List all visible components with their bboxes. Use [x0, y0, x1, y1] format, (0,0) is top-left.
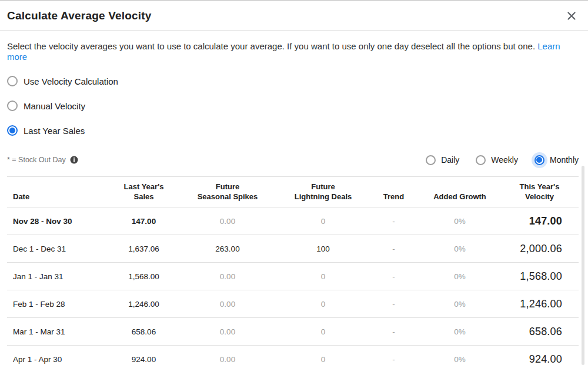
cell-date: Feb 1 - Feb 28 [7, 290, 101, 318]
table-row: Feb 1 - Feb 28 1,246.00 0.00 0 - 0% 1,24… [7, 290, 579, 318]
cell-added-growth: 0% [410, 318, 510, 346]
description-text: Select the velocity averages you want to… [7, 41, 579, 62]
table-row: Mar 1 - Mar 31 658.06 0.00 0 - 0% 658.06 [7, 318, 579, 346]
cell-trend: - [377, 207, 410, 235]
cell-future-seasonal-spikes: 0.00 [186, 318, 269, 346]
cell-future-lightning-deals: 0 [269, 263, 377, 290]
stock-out-day-note: * = Stock Out Day [7, 156, 78, 164]
velocity-option-group: Use Velocity Calculation Manual Velocity… [7, 74, 579, 138]
cell-trend: - [377, 318, 410, 346]
radio-icon[interactable] [476, 155, 486, 165]
table-row: Apr 1 - Apr 30 924.00 0.00 0 - 0% 924.00 [7, 346, 579, 365]
column-header-future-lightning-deals: FutureLightning Deals [269, 177, 377, 207]
cell-added-growth: 0% [410, 290, 510, 318]
cell-date: Mar 1 - Mar 31 [7, 318, 101, 346]
cell-this-year-velocity: 147.00 [510, 207, 579, 235]
cell-added-growth: 0% [410, 263, 510, 290]
radio-option-label: Last Year Sales [24, 126, 85, 136]
column-header-trend: Trend [377, 177, 410, 207]
close-button[interactable] [564, 9, 579, 23]
table-row: Nov 28 - Nov 30 147.00 0.00 0 - 0% 147.0… [7, 207, 579, 235]
cell-future-lightning-deals: 0 [269, 207, 377, 235]
cell-this-year-velocity: 924.00 [510, 346, 579, 365]
radio-granularity-weekly[interactable]: Weekly [476, 155, 518, 165]
velocity-table: Date Last Year'sSales FutureSeasonal Spi… [7, 176, 579, 365]
cell-added-growth: 0% [410, 346, 510, 365]
cell-date: Nov 28 - Nov 30 [7, 207, 101, 235]
cell-last-year-sales: 924.00 [101, 346, 186, 365]
cell-last-year-sales: 147.00 [101, 207, 186, 235]
radio-option-label: Use Velocity Calculation [24, 76, 118, 86]
column-header-this-years-velocity: This Year'sVelocity [510, 177, 579, 207]
cell-last-year-sales: 1,637.06 [101, 235, 186, 263]
cell-date: Dec 1 - Dec 31 [7, 235, 101, 263]
radio-icon[interactable] [7, 76, 18, 86]
column-header-added-growth: Added Growth [410, 177, 510, 207]
granularity-label: Weekly [491, 155, 518, 165]
radio-option-last-year-sales[interactable]: Last Year Sales [7, 123, 85, 138]
cell-trend: - [377, 263, 410, 290]
radio-icon[interactable] [426, 155, 436, 165]
radio-icon[interactable] [7, 125, 18, 136]
cell-added-growth: 0% [410, 207, 510, 235]
radio-icon[interactable] [534, 155, 544, 165]
modal-body: Select the velocity averages you want to… [0, 41, 588, 365]
cell-future-seasonal-spikes: 263.00 [186, 235, 269, 263]
cell-this-year-velocity: 658.06 [510, 318, 579, 346]
cell-last-year-sales: 1,568.00 [101, 263, 186, 290]
radio-option-use-velocity-calculation[interactable]: Use Velocity Calculation [7, 74, 118, 88]
cell-date: Apr 1 - Apr 30 [7, 346, 101, 365]
table-body: Nov 28 - Nov 30 147.00 0.00 0 - 0% 147.0… [7, 207, 579, 365]
granularity-label: Daily [441, 155, 459, 165]
cell-future-lightning-deals: 0 [269, 318, 377, 346]
cell-future-seasonal-spikes: 0.00 [186, 346, 269, 365]
radio-granularity-monthly[interactable]: Monthly [534, 155, 579, 165]
modal-title: Calculate Average Velocity [7, 9, 152, 22]
cell-last-year-sales: 658.06 [101, 318, 186, 346]
cell-future-seasonal-spikes: 0.00 [186, 263, 269, 290]
table-controls-row: * = Stock Out Day Daily Weekly Monthly [7, 153, 579, 167]
cell-added-growth: 0% [410, 235, 510, 263]
cell-this-year-velocity: 1,246.00 [510, 290, 579, 318]
granularity-label: Monthly [550, 155, 579, 165]
table-row: Jan 1 - Jan 31 1,568.00 0.00 0 - 0% 1,56… [7, 263, 579, 290]
radio-option-label: Manual Velocity [24, 101, 85, 111]
stock-out-day-label: * = Stock Out Day [7, 156, 66, 164]
cell-this-year-velocity: 2,000.06 [510, 235, 579, 263]
cell-trend: - [377, 290, 410, 318]
table-row: Dec 1 - Dec 31 1,637.06 263.00 100 - 0% … [7, 235, 579, 263]
modal-header: Calculate Average Velocity [0, 1, 588, 31]
table-header: Date Last Year'sSales FutureSeasonal Spi… [7, 177, 579, 207]
column-header-future-seasonal-spikes: FutureSeasonal Spikes [186, 177, 269, 207]
cell-trend: - [377, 235, 410, 263]
scrollbar-thumb[interactable] [582, 166, 584, 365]
column-header-date: Date [7, 177, 101, 207]
granularity-radio-group: Daily Weekly Monthly [409, 155, 579, 165]
vertical-scrollbar[interactable] [582, 166, 584, 365]
cell-date: Jan 1 - Jan 31 [7, 263, 101, 290]
info-icon[interactable] [70, 156, 78, 164]
close-icon [567, 12, 576, 20]
cell-future-lightning-deals: 0 [269, 346, 377, 365]
cell-trend: - [377, 346, 410, 365]
cell-future-seasonal-spikes: 0.00 [186, 207, 269, 235]
radio-icon[interactable] [7, 101, 18, 111]
description-sentence: Select the velocity averages you want to… [7, 41, 535, 51]
radio-option-manual-velocity[interactable]: Manual Velocity [7, 99, 85, 113]
cell-future-seasonal-spikes: 0.00 [186, 290, 269, 318]
radio-granularity-daily[interactable]: Daily [426, 155, 459, 165]
cell-future-lightning-deals: 100 [269, 235, 377, 263]
cell-future-lightning-deals: 0 [269, 290, 377, 318]
column-header-last-years-sales: Last Year'sSales [101, 177, 186, 207]
cell-last-year-sales: 1,246.00 [101, 290, 186, 318]
cell-this-year-velocity: 1,568.00 [510, 263, 579, 290]
